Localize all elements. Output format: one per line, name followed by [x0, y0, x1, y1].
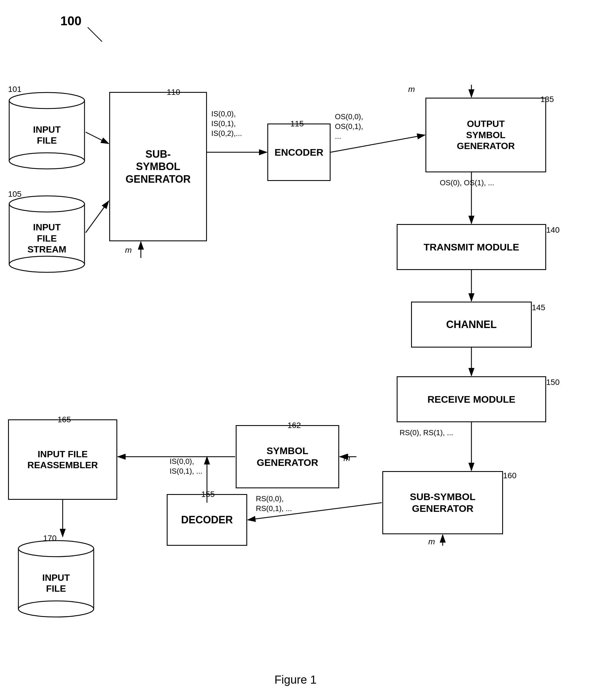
is-sub-bottom-label: IS(0,0),IS(0,1), ... [170, 457, 202, 476]
ref-162: 162 [287, 421, 301, 430]
diagram-title: 100 [60, 14, 81, 28]
ref-165: 165 [58, 415, 71, 424]
svg-point-7 [18, 541, 94, 557]
rs-sub-label: RS(0,0),RS(0,1), ... [256, 494, 292, 514]
sub-symbol-gen2-box: SUB-SYMBOLGENERATOR [382, 471, 503, 534]
os-signal-top: OS(0,0),OS(0,1),... [335, 112, 363, 141]
ref-145: 145 [532, 303, 545, 312]
ref-140: 140 [546, 226, 560, 235]
svg-point-5 [9, 256, 84, 272]
sub-symbol-generator-box: SUB-SYMBOLGENERATOR [109, 92, 207, 241]
rs-series-label: RS(0), RS(1), ... [400, 428, 453, 438]
is-signal-top: IS(0,0),IS(0,1),IS(0,2),... [211, 109, 242, 138]
m-label-4: m [428, 537, 435, 546]
input-file-label-bottom: INPUTFILE [42, 572, 70, 594]
svg-line-11 [86, 132, 109, 144]
svg-point-8 [18, 601, 94, 617]
m-label-2: m [408, 85, 415, 94]
input-file-cylinder-bottom: INPUTFILE [17, 537, 95, 620]
output-symbol-gen-box: OUTPUTSYMBOLGENERATOR [425, 98, 546, 172]
ref-160: 160 [503, 471, 517, 480]
transmit-module-box: TRANSMIT MODULE [397, 224, 546, 270]
svg-line-12 [86, 201, 109, 233]
receive-module-box: RECEIVE MODULE [397, 376, 546, 422]
input-file-label-top: INPUTFILE [33, 124, 61, 146]
figure-caption: Figure 1 [274, 673, 317, 686]
ref-150: 150 [546, 378, 560, 387]
ref-155: 155 [201, 490, 215, 499]
decoder-box: DECODER [167, 494, 247, 546]
input-file-reassembler-box: INPUT FILEREASSEMBLER [8, 419, 117, 500]
svg-point-2 [9, 153, 84, 169]
ref-135: 135 [540, 95, 554, 104]
diagram: 100 INPUTFILE 101 INPUTFILESTREAM 105 SU… [0, 0, 591, 700]
input-file-stream-label: INPUTFILESTREAM [27, 222, 66, 255]
ref-110: 110 [167, 88, 180, 97]
encoder-box: ENCODER [267, 124, 331, 181]
m-label-3: m [343, 454, 350, 463]
ref-170: 170 [43, 534, 57, 543]
ref-115: 115 [290, 119, 304, 129]
ref-105: 105 [8, 189, 21, 199]
svg-line-10 [88, 27, 102, 42]
channel-box: CHANNEL [411, 302, 532, 347]
input-file-cylinder-top: INPUTFILE [8, 89, 86, 172]
svg-point-1 [9, 92, 84, 108]
m-label-1: m [125, 246, 132, 255]
symbol-gen-box: SYMBOLGENERATOR [236, 425, 339, 488]
os-series-label: OS(0), OS(1), ... [440, 178, 494, 188]
ref-101: 101 [8, 85, 21, 94]
input-file-stream-cylinder: INPUTFILESTREAM [8, 192, 86, 276]
